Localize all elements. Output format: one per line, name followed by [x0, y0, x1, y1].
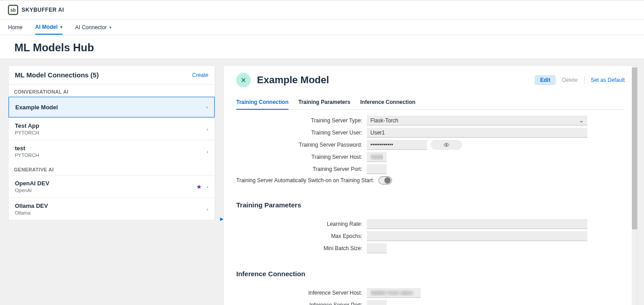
- list-item-name: Example Model: [15, 104, 58, 111]
- star-icon: ★: [196, 183, 202, 190]
- nav-ai-model-label: AI Model: [35, 24, 58, 30]
- app-header: sb SKYBUFFER AI: [0, 0, 644, 20]
- delete-button[interactable]: Delete: [562, 77, 578, 83]
- chevron-right-icon: ›: [207, 126, 208, 132]
- connections-sidebar: ML Model Connections (5) Create CONVERSA…: [8, 65, 215, 220]
- list-item-name: Test App: [15, 122, 39, 129]
- inference-host-input[interactable]: [367, 288, 421, 298]
- model-title: Example Model: [257, 74, 329, 86]
- detail-panel: Example Model Edit Delete Set as Default…: [223, 65, 638, 305]
- nav-home-label: Home: [8, 24, 23, 31]
- label-inference-host: Inference Server Host:: [236, 290, 367, 296]
- chevron-right-icon: ›: [207, 206, 208, 212]
- category-conversational-ai: CONVERSATIONAL AI: [9, 85, 215, 97]
- mini-batch-size-input[interactable]: [367, 243, 387, 253]
- sidebar-item-openai-dev[interactable]: OpenAI DEV OpenAI ★ ›: [9, 175, 215, 197]
- training-server-password-input[interactable]: [367, 140, 427, 150]
- sidebar-item-example-model[interactable]: Example Model ›: [9, 97, 215, 117]
- main-nav: Home AI Model ▾ AI Connector ▾: [0, 20, 644, 35]
- edit-button[interactable]: Edit: [535, 75, 556, 85]
- section-title-inference-connection: Inference Connection: [236, 270, 625, 278]
- chevron-right-icon: ›: [207, 184, 208, 189]
- tab-inference-connection[interactable]: Inference Connection: [360, 95, 415, 109]
- tab-training-parameters[interactable]: Training Parameters: [298, 95, 350, 109]
- chevron-right-icon: ›: [207, 149, 208, 154]
- list-item-name: test: [15, 145, 39, 152]
- label-training-server-password: Training Server Password:: [236, 142, 367, 148]
- training-server-port-input[interactable]: [367, 164, 387, 174]
- nav-ai-model[interactable]: AI Model ▾: [35, 20, 63, 35]
- svg-point-0: [446, 144, 447, 146]
- label-auto-switch: Training Server Automatically Switch-on …: [236, 177, 378, 184]
- learning-rate-input[interactable]: [367, 219, 587, 229]
- set-default-button[interactable]: Set as Default: [591, 77, 625, 83]
- scrollbar-track[interactable]: [632, 66, 637, 305]
- scrollbar-thumb[interactable]: [632, 67, 637, 229]
- brand-name: SKYBUFFER AI: [22, 7, 64, 13]
- list-item-name: OpenAI DEV: [15, 180, 50, 187]
- detail-tabs: Training Connection Training Parameters …: [236, 95, 625, 110]
- training-connection-form: Training Server Type: Flask-Torch ⌄ Trai…: [236, 110, 625, 190]
- inference-connection-form: Inference Server Host: Inference Server …: [236, 282, 625, 305]
- training-server-user-input[interactable]: [367, 128, 587, 138]
- chevron-down-icon: ⌄: [579, 117, 584, 124]
- brand-logo-icon: sb: [8, 5, 18, 15]
- page-title: ML Models Hub: [0, 35, 644, 58]
- list-item-sub: Ollama: [15, 210, 48, 215]
- sidebar-item-test[interactable]: test PYTORCH ›: [9, 140, 215, 162]
- nav-home[interactable]: Home: [8, 20, 23, 35]
- nav-ai-connector-label: AI Connector: [75, 24, 107, 31]
- auto-switch-toggle[interactable]: [378, 176, 392, 184]
- show-password-button[interactable]: [431, 140, 462, 150]
- nav-ai-connector[interactable]: AI Connector ▾: [75, 20, 112, 35]
- section-title-training-parameters: Training Parameters: [236, 201, 625, 209]
- label-training-server-user: Training Server User:: [236, 130, 367, 136]
- inference-port-input[interactable]: [367, 300, 387, 305]
- label-training-server-port: Training Server Port:: [236, 166, 367, 172]
- select-value: Flask-Torch: [370, 117, 398, 124]
- list-item-sub: PYTORCH: [15, 152, 39, 158]
- chevron-down-icon: ▾: [109, 25, 112, 30]
- divider: [584, 76, 585, 84]
- chevron-down-icon: ▾: [60, 25, 63, 29]
- label-training-server-host: Training Server Host:: [236, 154, 367, 160]
- category-generative-ai: GENERATIVE AI: [9, 162, 215, 175]
- training-server-host-input[interactable]: [367, 152, 387, 162]
- max-epochs-input[interactable]: [367, 231, 587, 241]
- label-inference-port: Inference Server Port:: [236, 302, 367, 305]
- sidebar-item-test-app[interactable]: Test App PYTORCH ›: [9, 117, 215, 140]
- create-button[interactable]: Create: [192, 72, 208, 78]
- label-max-epochs: Max Epochs:: [236, 233, 367, 239]
- training-server-type-select[interactable]: Flask-Torch ⌄: [367, 116, 587, 126]
- model-icon: [236, 73, 251, 87]
- list-item-sub: OpenAI: [15, 188, 50, 193]
- tab-training-connection[interactable]: Training Connection: [236, 95, 288, 110]
- training-parameters-form: Learning Rate: Max Epochs: Mini Batch Si…: [236, 213, 625, 259]
- eye-icon: [443, 142, 450, 148]
- label-training-server-type: Training Server Type:: [236, 117, 367, 124]
- chevron-right-icon: ›: [206, 104, 208, 110]
- label-learning-rate: Learning Rate:: [236, 221, 367, 227]
- list-item-name: Ollama DEV: [15, 202, 48, 209]
- label-mini-batch-size: Mini Batch Size:: [236, 245, 367, 251]
- list-item-sub: PYTORCH: [15, 130, 39, 135]
- sidebar-title: ML Model Connections (5): [15, 71, 99, 79]
- sidebar-item-ollama-dev[interactable]: Ollama DEV Ollama ›: [9, 197, 215, 220]
